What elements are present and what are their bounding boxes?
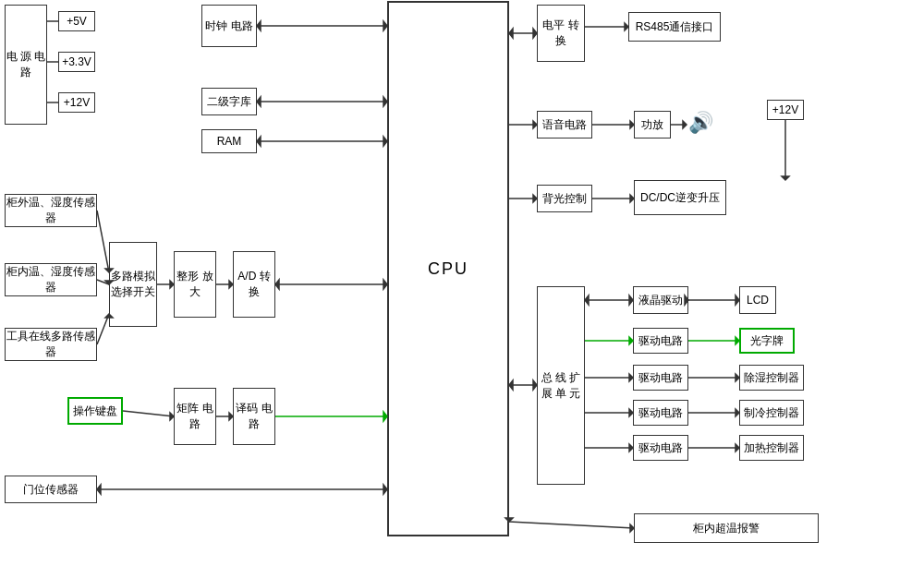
- mux-switch-box: 多路模拟选择开关: [109, 242, 157, 327]
- matrix-circuit-box: 矩阵 电路: [174, 388, 216, 445]
- speaker-icon: 🔊: [688, 113, 713, 133]
- svg-line-14: [97, 280, 109, 284]
- overheat-alarm-box: 柜内超温报警: [634, 513, 819, 543]
- ram-box: RAM: [201, 129, 257, 153]
- dcdc-box: DC/DC逆变升压: [634, 180, 726, 215]
- door-sensor-box: 门位传感器: [5, 476, 97, 503]
- light-sign-box: 光字牌: [739, 328, 795, 354]
- svg-marker-44: [683, 121, 687, 128]
- power-amp-box: 功放: [634, 111, 671, 138]
- lcd-box: LCD: [739, 286, 776, 314]
- svg-marker-10: [257, 137, 261, 146]
- plus5v-box: +5V: [58, 11, 95, 31]
- svg-line-76: [509, 522, 634, 528]
- svg-marker-46: [782, 176, 789, 180]
- drive-circuit-4-box: 驱动电路: [633, 435, 688, 461]
- cpu-label: CPU: [428, 259, 468, 279]
- power-circuit-box: 电 源 电 路: [5, 5, 47, 125]
- secondary-font-box: 二级字库: [201, 88, 257, 115]
- dehumid-box: 除湿控制器: [739, 365, 804, 391]
- lcd-driver-box: 液晶驱动: [633, 286, 688, 314]
- plus12v-left-box: +12V: [58, 92, 95, 113]
- svg-marker-23: [275, 280, 279, 289]
- drive-circuit-3-box: 驱动电路: [633, 400, 688, 426]
- tool-sensor-box: 工具在线多路传感器: [5, 328, 97, 361]
- svg-marker-52: [509, 380, 513, 390]
- cool-box: 制冷控制器: [739, 400, 804, 426]
- clock-circuit-box: 时钟 电路: [201, 5, 257, 47]
- plus33v-box: +3.3V: [58, 52, 95, 72]
- adc-box: A/D 转换: [233, 251, 275, 318]
- drive-circuit-2-box: 驱动电路: [633, 365, 688, 391]
- decode-circuit-box: 译码 电路: [233, 388, 275, 445]
- audio-circuit-box: 语音电路: [537, 111, 592, 138]
- plus12v-right-box: +12V: [767, 100, 804, 120]
- backlight-box: 背光控制: [537, 185, 592, 212]
- diagram: CPU 电 源 电 路 +5V +3.3V +12V 时钟 电路 二级字库 RA…: [0, 0, 924, 566]
- drive-circuit-1-box: 驱动电路: [633, 328, 688, 354]
- amplifier-box: 整形 放大: [174, 251, 216, 318]
- svg-line-25: [123, 411, 174, 416]
- heat-box: 加热控制器: [739, 435, 804, 461]
- svg-marker-32: [97, 485, 101, 494]
- svg-line-12: [97, 211, 109, 272]
- rs485-box: RS485通信接口: [628, 12, 721, 42]
- inside-sensor-box: 柜内温、湿度传感器: [5, 263, 97, 296]
- svg-marker-7: [257, 97, 261, 106]
- cpu-box: CPU: [387, 1, 509, 536]
- level-convert-box: 电平 转换: [537, 5, 585, 62]
- outside-sensor-box: 柜外温、湿度传感器: [5, 194, 97, 227]
- svg-marker-4: [257, 21, 261, 30]
- bus-expand-box: 总 线 扩 展 单 元: [537, 286, 585, 485]
- svg-marker-55: [585, 295, 589, 305]
- keyboard-box: 操作键盘: [67, 397, 123, 425]
- svg-line-16: [97, 314, 109, 344]
- svg-marker-35: [509, 29, 513, 38]
